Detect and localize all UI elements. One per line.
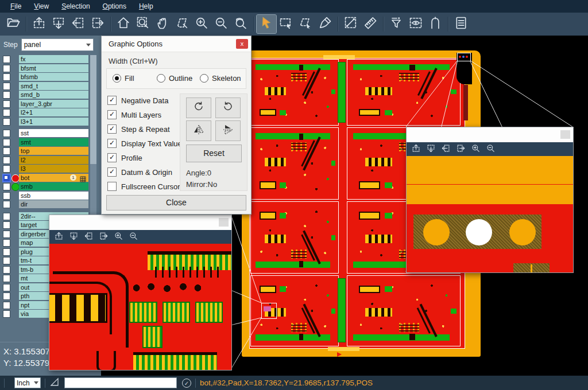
layer-visibility-checkbox[interactable] <box>3 65 10 72</box>
layer-visibility-checkbox[interactable] <box>3 221 10 229</box>
trace-mode-button[interactable] <box>425 15 445 33</box>
menu-view[interactable]: View <box>28 1 55 11</box>
flip-vertical-button[interactable] <box>215 120 241 141</box>
layer-name[interactable]: fx <box>19 55 88 63</box>
pcb-board[interactable] <box>250 201 339 274</box>
layer-visibility-checkbox[interactable] <box>3 201 10 208</box>
zoom-region-button[interactable] <box>133 15 153 33</box>
layer-row-smt[interactable]: smt <box>0 138 101 147</box>
pan-up-icon[interactable] <box>54 231 64 243</box>
zoom-polygon-button[interactable] <box>172 15 192 33</box>
layer-name[interactable]: bfsmb <box>19 73 88 81</box>
layer-visibility-checkbox[interactable] <box>3 183 10 190</box>
checkbox-multi-layers[interactable]: ✓Multi Layers <box>107 110 161 119</box>
view-options-button[interactable] <box>406 15 425 33</box>
window-titlebar[interactable] <box>49 215 231 230</box>
window-button[interactable] <box>219 218 229 227</box>
layer-visibility-checkbox[interactable] <box>3 257 10 264</box>
layer-row-dir[interactable]: dir <box>0 200 101 209</box>
clean-brush-button[interactable] <box>315 15 335 33</box>
layer-visibility-checkbox[interactable] <box>3 266 10 274</box>
layer-row-fx[interactable]: fx <box>0 55 101 64</box>
magnifier-view[interactable] <box>49 244 231 370</box>
checkbox-fullscreen-cursor[interactable]: Fullscreen Cursor <box>107 182 180 191</box>
layer-name[interactable]: ssb <box>19 192 88 200</box>
layer-visibility-checkbox[interactable] <box>3 157 10 164</box>
measure-distance-button[interactable] <box>341 15 361 33</box>
checkbox-datum-origin[interactable]: ✓Datum & Origin <box>107 167 172 177</box>
zoom-out-icon[interactable] <box>486 143 496 155</box>
layer-name[interactable]: smd_b <box>19 91 88 99</box>
zoom-in-icon[interactable] <box>471 143 481 155</box>
magnifier-window-corner[interactable] <box>406 127 574 273</box>
layer-visibility-checkbox[interactable] <box>3 292 10 300</box>
layer-row-top[interactable]: top <box>0 147 101 155</box>
zoom-out-button[interactable] <box>211 15 231 33</box>
unit-select[interactable]: Inch <box>14 377 41 388</box>
menu-selection[interactable]: Selection <box>56 1 95 11</box>
layer-row-l2[interactable]: l2 <box>0 156 101 165</box>
magnifier-window-detail[interactable] <box>49 214 232 370</box>
pcb-board[interactable] <box>250 59 339 126</box>
layer-name[interactable]: smb <box>19 182 88 190</box>
layer-visibility-checkbox[interactable] <box>3 302 10 309</box>
zoom-previous-button[interactable] <box>231 15 250 33</box>
layer-visibility-checkbox[interactable] <box>3 109 10 116</box>
open-file-button[interactable] <box>3 15 23 33</box>
zoom-in-button[interactable] <box>192 15 211 33</box>
layer-name[interactable]: layer_3.gbr <box>19 100 88 108</box>
layer-visibility-checkbox[interactable] <box>3 56 10 63</box>
layer-name[interactable]: l2+1 <box>19 108 88 116</box>
layer-visibility-checkbox[interactable] <box>3 118 10 126</box>
layer-row-l3[interactable]: l3 <box>0 165 101 173</box>
layer-row-l3+1[interactable]: l3+1 <box>0 118 101 126</box>
layer-visibility-checkbox[interactable] <box>3 130 10 137</box>
flip-horizontal-button[interactable] <box>186 120 211 141</box>
checkbox-profile[interactable]: ✓Profile <box>107 153 142 162</box>
pcb-board[interactable] <box>250 127 339 200</box>
layer-row-bfsmb[interactable]: bfsmb <box>0 73 101 81</box>
layer-visibility-checkbox[interactable] <box>3 231 10 238</box>
menu-file[interactable]: File <box>5 1 27 11</box>
zoom-in-icon[interactable] <box>114 231 123 243</box>
layer-row-sst[interactable]: sst <box>0 129 101 138</box>
layer-visibility-checkbox[interactable] <box>3 91 10 99</box>
layer-row-bot[interactable]: bot1 <box>0 174 101 182</box>
ruler-button[interactable] <box>361 15 380 33</box>
layer-row-smd_b[interactable]: smd_b <box>0 91 101 99</box>
layer-row-bfsmt[interactable]: bfsmt <box>0 64 101 73</box>
pan-left-icon[interactable] <box>441 143 451 155</box>
window-titlebar[interactable] <box>407 127 573 142</box>
layer-row-layer_3.gbr[interactable]: layer_3.gbr <box>0 100 101 108</box>
layer-visibility-checkbox[interactable] <box>3 83 10 90</box>
layer-row-ssb[interactable]: ssb <box>0 192 101 200</box>
select-rectangle-button[interactable] <box>276 15 296 33</box>
magnifier-source-region[interactable] <box>261 303 277 319</box>
layer-visibility-checkbox[interactable] <box>3 275 10 282</box>
rotate-cw-button[interactable] <box>186 98 211 118</box>
pan-down-button[interactable] <box>49 15 68 33</box>
layer-visibility-checkbox[interactable] <box>3 165 10 173</box>
select-cursor-button[interactable] <box>257 15 276 33</box>
filter-button[interactable] <box>386 15 406 33</box>
pan-down-icon[interactable] <box>69 231 79 243</box>
checkbox-step-repeat[interactable]: ✓Step & Repeat <box>107 124 170 134</box>
layer-name[interactable]: smt <box>19 138 88 146</box>
confirm-icon[interactable]: ✓ <box>182 379 191 388</box>
checkbox-negative-data[interactable]: ✓Negative Data <box>107 96 168 105</box>
window-button[interactable] <box>560 130 570 139</box>
pan-right-icon[interactable] <box>456 143 466 155</box>
magnifier-view[interactable] <box>407 156 573 272</box>
layer-name[interactable]: smd_t <box>19 82 88 90</box>
layer-visibility-checkbox[interactable] <box>3 213 10 220</box>
pan-hand-button[interactable] <box>153 15 172 33</box>
select-polygon-button[interactable] <box>296 15 315 33</box>
layer-name[interactable]: dir <box>19 200 88 208</box>
layer-row-l2+1[interactable]: l2+1 <box>0 108 101 117</box>
layer-name[interactable]: sst <box>19 129 88 137</box>
command-input[interactable] <box>64 377 177 388</box>
rotate-ccw-button[interactable] <box>215 98 241 118</box>
layer-name[interactable]: top <box>19 147 88 155</box>
home-view-button[interactable] <box>114 15 133 33</box>
pan-left-button[interactable] <box>68 15 88 33</box>
